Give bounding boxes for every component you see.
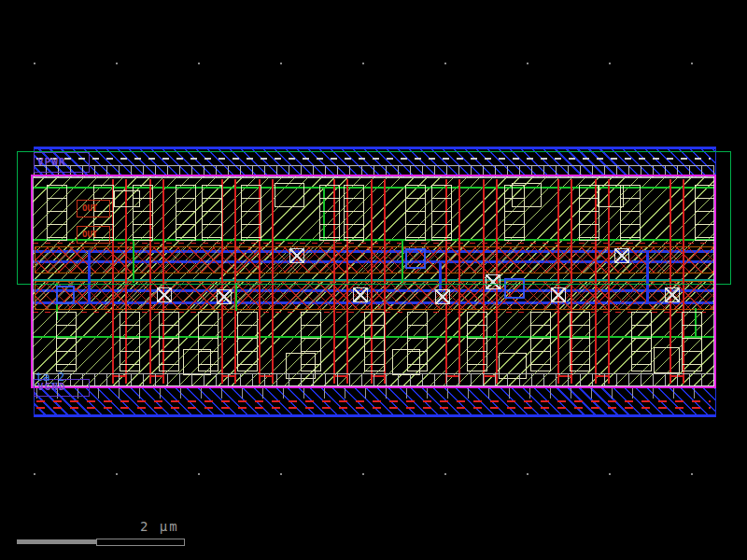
rail-red-dash-line xyxy=(36,400,711,402)
grid-dot xyxy=(691,473,693,475)
grid-dot xyxy=(362,473,364,475)
grid-dot xyxy=(362,63,364,64)
grid-dot xyxy=(609,473,611,475)
vpwr-label: VPWR xyxy=(37,156,66,168)
grid-dot xyxy=(444,473,446,475)
scalebar-outline-segment xyxy=(96,539,185,546)
grid-dot xyxy=(527,473,529,475)
layout-canvas-viewport[interactable]: VPWR VGND ta_2 OUT OUT 2 µm xyxy=(0,0,747,560)
grid-dot xyxy=(116,473,118,475)
scalebar-label: 2 µm xyxy=(140,519,179,534)
grid-dot xyxy=(34,473,35,475)
grid-dot xyxy=(444,63,446,64)
cell-name-label: ta_2 xyxy=(35,370,64,384)
grid-dot xyxy=(198,63,200,64)
grid-dot xyxy=(280,473,282,475)
rail-tick-marks xyxy=(36,388,711,399)
grid-dot xyxy=(691,63,693,64)
cell-boundary xyxy=(31,175,716,388)
grid-dot xyxy=(198,473,200,475)
grid-dot xyxy=(609,63,611,64)
rail-red-dash-line xyxy=(36,407,711,409)
scalebar-filled-segment xyxy=(17,539,96,544)
grid-dot xyxy=(116,63,118,64)
grid-dot xyxy=(280,63,282,64)
grid-dot xyxy=(527,63,529,64)
vgnd-rail-metal xyxy=(34,386,716,417)
grid-dot xyxy=(34,63,35,64)
